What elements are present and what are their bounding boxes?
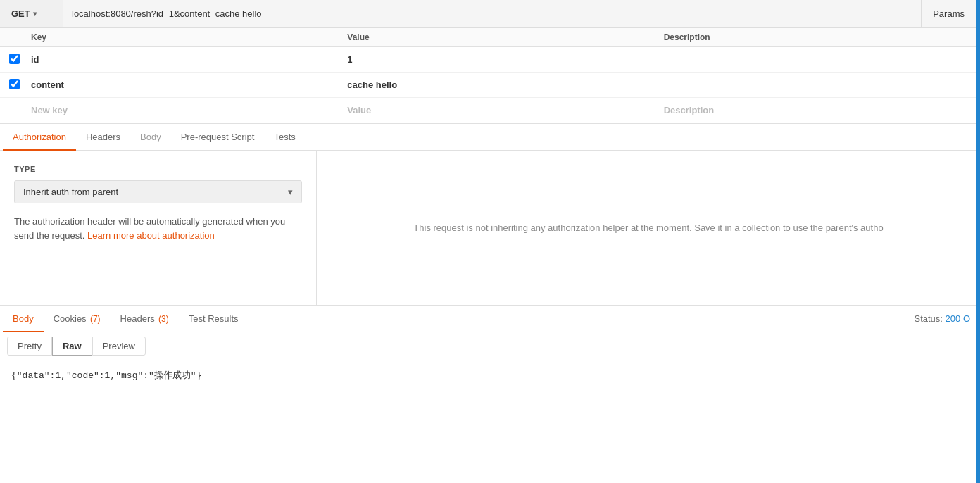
tab-authorization[interactable]: Authorization — [3, 125, 76, 151]
type-label: TYPE — [14, 165, 302, 173]
request-tabs-bar: Authorization Headers Body Pre-request S… — [0, 124, 980, 151]
auth-content: TYPE Inherit auth from parent ▾ The auth… — [0, 151, 980, 306]
new-param-row: New key Value Description — [0, 98, 980, 123]
auth-right-panel: This request is not inheriting any autho… — [317, 151, 980, 305]
response-tab-cookies[interactable]: Cookies (7) — [44, 306, 111, 332]
table-row: content cache hello — [0, 73, 980, 98]
row1-checkbox[interactable] — [9, 54, 20, 64]
headers-badge: (3) — [156, 314, 169, 324]
response-tabs-bar: Body Cookies (7) Headers (3) Test Result… — [0, 306, 980, 332]
method-selector[interactable]: GET ▾ — [0, 0, 63, 27]
auth-left-panel: TYPE Inherit auth from parent ▾ The auth… — [0, 151, 317, 305]
new-row-value[interactable]: Value — [347, 105, 663, 115]
tab-pre-request-script[interactable]: Pre-request Script — [171, 125, 265, 151]
params-button[interactable]: Params — [921, 0, 976, 27]
cookies-badge: (7) — [88, 314, 101, 324]
response-body: {"data":1,"code":1,"msg":"操作成功"} — [0, 360, 980, 417]
new-row-desc[interactable]: Description — [664, 105, 980, 115]
table-row: id 1 — [0, 47, 980, 73]
table-header: Key Value Description — [0, 28, 980, 47]
row2-checkbox[interactable] — [9, 79, 20, 89]
status-text: Status: 200 O — [914, 313, 977, 324]
response-tab-test-results[interactable]: Test Results — [179, 306, 249, 332]
format-bar: Pretty Raw Preview — [0, 332, 980, 360]
row1-value: 1 — [347, 54, 663, 65]
row1-check[interactable] — [0, 54, 28, 66]
format-preview-button[interactable]: Preview — [92, 337, 146, 356]
format-raw-button[interactable]: Raw — [52, 337, 92, 356]
row2-key: content — [28, 80, 347, 90]
response-tab-body[interactable]: Body — [3, 306, 44, 332]
tab-headers[interactable]: Headers — [76, 125, 130, 151]
new-row-key[interactable]: New key — [28, 105, 347, 115]
type-select[interactable]: Inherit auth from parent ▾ — [14, 180, 302, 203]
status-label: Status: — [914, 313, 942, 324]
auth-learn-more-link[interactable]: Learn more about authorization — [87, 230, 215, 241]
row2-check[interactable] — [0, 79, 28, 92]
right-accent-bar — [976, 0, 980, 417]
url-input[interactable] — [63, 8, 921, 19]
value-col-header: Value — [347, 32, 663, 42]
type-select-value: Inherit auth from parent — [23, 187, 118, 197]
response-tab-headers[interactable]: Headers (3) — [111, 306, 179, 332]
format-pretty-button[interactable]: Pretty — [7, 337, 52, 356]
chevron-down-icon: ▾ — [288, 187, 293, 197]
desc-col-header: Description — [664, 32, 980, 42]
method-text: GET — [11, 8, 30, 19]
auth-right-message: This request is not inheriting any autho… — [413, 222, 883, 233]
key-col-header: Key — [28, 32, 347, 42]
params-table: Key Value Description id 1 content cache… — [0, 28, 980, 124]
row2-value: cache hello — [347, 80, 663, 90]
tab-body[interactable]: Body — [130, 125, 171, 151]
url-bar: GET ▾ Params — [0, 0, 980, 28]
auth-description: The authorization header will be automat… — [14, 215, 302, 242]
row1-key: id — [28, 54, 347, 65]
tab-tests[interactable]: Tests — [264, 125, 305, 151]
chevron-down-icon: ▾ — [33, 10, 37, 18]
status-code: 200 O — [946, 313, 970, 324]
